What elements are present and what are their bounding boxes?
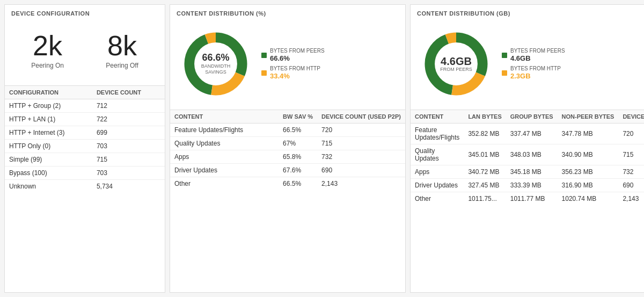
content-dist-pct-panel: CONTENT DISTRIBUTION (%) 66.6% BANDWIDTH…	[170, 4, 406, 293]
legend-green-dot	[261, 53, 267, 58]
table-row: Apps340.72 MB345.18 MB356.23 MB732	[411, 165, 644, 179]
peering-on-value: 2k	[31, 32, 64, 60]
table-row: HTTP + Internet (3)699	[5, 126, 165, 140]
legend-gb: BYTES FROM PEERS 4.6GB BYTES FROM HTTP 2…	[502, 48, 565, 80]
donut-gb: 4.6GB FROM PEERS	[421, 29, 491, 99]
legend-pct-orange-text: BYTES FROM HTTP 33.4%	[270, 66, 320, 80]
col-bw-sav: BW SAV %	[279, 110, 317, 124]
table-row: HTTP + Group (2)712	[5, 99, 165, 113]
content-pct-table: CONTENT BW SAV % DEVICE COUNT (USED P2P)…	[170, 110, 405, 190]
donut-gb-center: 4.6GB FROM PEERS	[440, 56, 472, 72]
table-row: Quality Updates67%715	[170, 137, 405, 150]
legend-orange-dot	[261, 70, 267, 76]
peering-off-item: 8k Peering Off	[106, 32, 138, 69]
legend-gb-green: BYTES FROM PEERS 4.6GB	[502, 48, 565, 62]
content-dist-gb-panel: CONTENT DISTRIBUTION (GB) 4.6GB FROM PEE…	[410, 4, 644, 293]
donut-pct: 66.6% BANDWIDTHSAVINGS	[181, 29, 251, 99]
table-row: Bypass (100)703	[5, 166, 165, 180]
chart-section-pct: 66.6% BANDWIDTHSAVINGS BYTES FROM PEERS …	[170, 21, 405, 110]
legend-gb-orange-dot	[502, 70, 507, 76]
table-row: Unknown5,734	[5, 180, 165, 193]
table-row: Other66.5%2,143	[170, 177, 405, 191]
donut-pct-sublabel: BANDWIDTHSAVINGS	[201, 63, 231, 75]
table-row: HTTP + LAN (1)722	[5, 113, 165, 126]
peering-off-label: Peering Off	[106, 62, 138, 69]
col-lan-bytes: LAN BYTES	[464, 110, 506, 124]
device-config-panel: DEVICE CONFIGURATION 2k Peering On 8k Pe…	[4, 4, 165, 293]
table-row: Simple (99)715	[5, 153, 165, 166]
col-dev-count-gb: DEVICE COUNT (USED P2P)	[618, 110, 644, 124]
col-group-bytes: GROUP BYTES	[506, 110, 558, 124]
table-row: HTTP Only (0)703	[5, 140, 165, 153]
table-row: Feature Updates/Flights66.5%720	[170, 124, 405, 137]
legend-gb-orange: BYTES FROM HTTP 2.3GB	[502, 66, 565, 80]
donut-pct-value: 66.6%	[201, 53, 231, 62]
col-content-gb: CONTENT	[411, 110, 464, 124]
legend-pct-green: BYTES FROM PEERS 66.6%	[261, 48, 325, 62]
donut-gb-sublabel: FROM PEERS	[440, 67, 472, 72]
legend-pct-green-text: BYTES FROM PEERS 66.6%	[270, 48, 325, 62]
legend-gb-green-dot	[502, 53, 507, 58]
content-dist-pct-title: CONTENT DISTRIBUTION (%)	[170, 5, 405, 21]
table-row: Feature Updates/Flights352.82 MB337.47 M…	[411, 124, 644, 144]
col-configuration: CONFIGURATION	[5, 86, 92, 99]
content-dist-gb-title: CONTENT DISTRIBUTION (GB)	[411, 5, 644, 21]
chart-section-gb: 4.6GB FROM PEERS BYTES FROM PEERS 4.6GB …	[411, 21, 644, 110]
legend-pct: BYTES FROM PEERS 66.6% BYTES FROM HTTP 3…	[261, 48, 325, 80]
peering-section: 2k Peering On 8k Peering Off	[5, 21, 165, 85]
donut-pct-center: 66.6% BANDWIDTHSAVINGS	[201, 53, 231, 75]
table-row: Driver Updates327.45 MB333.39 MB316.90 M…	[411, 179, 644, 192]
donut-gb-value: 4.6GB	[440, 56, 472, 67]
col-dev-count-pct: DEVICE COUNT (USED P2P)	[317, 110, 405, 124]
legend-gb-orange-text: BYTES FROM HTTP 2.3GB	[510, 66, 561, 80]
content-gb-table: CONTENT LAN BYTES GROUP BYTES NON-PEER B…	[411, 110, 644, 205]
peering-on-label: Peering On	[31, 62, 64, 69]
table-row: Quality Updates345.01 MB348.03 MB340.90 …	[411, 144, 644, 165]
peering-on-item: 2k Peering On	[31, 32, 64, 69]
legend-gb-green-text: BYTES FROM PEERS 4.6GB	[510, 48, 565, 62]
device-config-title: DEVICE CONFIGURATION	[5, 5, 165, 21]
peering-off-value: 8k	[106, 32, 138, 60]
legend-pct-orange: BYTES FROM HTTP 33.4%	[261, 66, 325, 80]
col-nonpeer-bytes: NON-PEER BYTES	[558, 110, 619, 124]
table-row: Apps65.8%732	[170, 150, 405, 164]
device-config-table: CONFIGURATION DEVICE COUNT HTTP + Group …	[5, 85, 165, 193]
table-row: Driver Updates67.6%690	[170, 164, 405, 177]
col-content-pct: CONTENT	[170, 110, 279, 124]
table-row: Other1011.75...1011.77 MB1020.74 MB2,143	[411, 192, 644, 206]
col-device-count: DEVICE COUNT	[92, 86, 165, 99]
